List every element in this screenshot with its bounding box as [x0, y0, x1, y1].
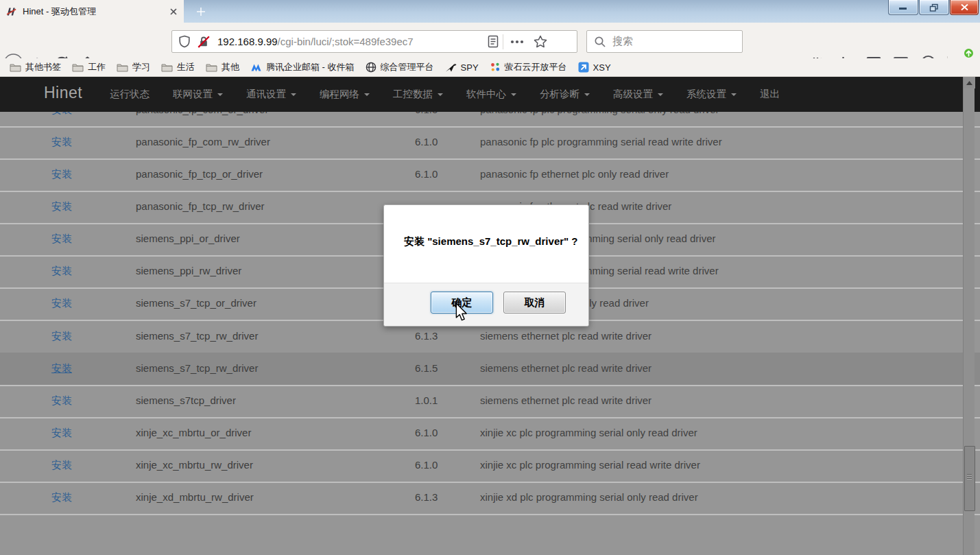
- install-link[interactable]: 安装: [51, 255, 72, 286]
- reader-mode-icon[interactable]: [488, 35, 499, 48]
- install-link[interactable]: 安装: [51, 158, 72, 189]
- install-link[interactable]: 安装: [51, 223, 72, 254]
- table-row: 安装siemens_s7_tcp_rw_driver6.1.5siemens e…: [0, 353, 980, 386]
- nav-item-4[interactable]: 工控数据: [393, 88, 443, 101]
- nav-item-7[interactable]: 高级设置: [613, 88, 663, 101]
- install-link[interactable]: 安装: [51, 126, 72, 157]
- dialog-message: 安装 "siemens_s7_tcp_rw_driver" ?: [404, 235, 578, 248]
- update-available-badge-icon[interactable]: [963, 47, 975, 59]
- bookmark-item[interactable]: SPY: [440, 60, 484, 75]
- driver-description: siemens ethernet plc read write driver: [480, 353, 652, 383]
- bookmark-label: SPY: [461, 62, 479, 73]
- install-link[interactable]: 安装: [51, 287, 72, 318]
- browser-tab[interactable]: Hinet - 驱动包管理: [0, 0, 184, 23]
- xsy-icon: [578, 62, 589, 73]
- install-link[interactable]: 安装: [51, 320, 72, 351]
- install-link[interactable]: 安装: [51, 385, 72, 416]
- new-tab-button[interactable]: [191, 2, 211, 21]
- bookmark-label: 萤石云开放平台: [505, 61, 567, 73]
- window-controls: [888, 0, 979, 15]
- driver-version: 6.1.0: [415, 417, 438, 448]
- insecure-lock-icon[interactable]: [197, 35, 211, 49]
- folder-icon: [161, 62, 173, 72]
- install-link[interactable]: 安装: [51, 417, 72, 448]
- bookmark-item[interactable]: 其他: [200, 60, 245, 75]
- nav-item-5[interactable]: 软件中心: [466, 88, 516, 101]
- tab-close-icon[interactable]: [169, 8, 178, 16]
- folder-icon: [72, 62, 84, 72]
- bookmark-star-icon[interactable]: [534, 35, 547, 48]
- page-scrollbar[interactable]: [963, 77, 975, 555]
- driver-description: xinjie xc plc programming serial only re…: [480, 417, 697, 448]
- nav-item-label: 联网设置: [173, 88, 213, 101]
- chevron-down-icon: [511, 93, 516, 96]
- bookmark-item[interactable]: XSY: [573, 60, 617, 75]
- bookmark-item[interactable]: 学习: [111, 60, 156, 75]
- driver-description: panasonic fp ethernet plc only read driv…: [480, 158, 669, 189]
- chevron-down-icon: [364, 93, 370, 96]
- nav-item-label: 系统设置: [686, 88, 726, 101]
- urlbar-divider: [503, 34, 503, 49]
- scrollbar-up-arrow-icon[interactable]: [964, 77, 975, 88]
- nav-item-6[interactable]: 分析诊断: [540, 88, 590, 101]
- restore-button[interactable]: [919, 0, 949, 15]
- folder-icon: [10, 62, 21, 72]
- scrollbar-thumb[interactable]: [964, 446, 975, 511]
- nav-item-label: 编程网络: [320, 88, 359, 101]
- bookmark-item[interactable]: 综合管理平台: [360, 60, 440, 75]
- nav-item-9[interactable]: 退出: [760, 88, 780, 101]
- chevron-down-icon: [584, 93, 590, 96]
- bookmark-item[interactable]: 萤石云开放平台: [484, 60, 573, 75]
- folder-icon: [117, 62, 128, 72]
- bookmark-item[interactable]: 其他书签: [4, 60, 67, 75]
- driver-version: 6.1.0: [415, 126, 438, 157]
- driver-description: xinjie xc plc programming serial read wr…: [480, 449, 700, 480]
- titlebar: Hinet - 驱动包管理: [0, 0, 980, 23]
- site-nav-items: 运行状态联网设置通讯设置编程网络工控数据软件中心分析诊断高级设置系统设置退出: [110, 77, 780, 112]
- install-link[interactable]: 安装: [51, 353, 72, 383]
- tracking-protection-shield-icon[interactable]: [178, 35, 191, 48]
- nav-item-label: 通讯设置: [246, 88, 286, 101]
- navigation-toolbar: 192.168.9.99/cgi-bin/luci/;stok=489fe39e…: [0, 23, 980, 58]
- install-confirm-dialog: 安装 "siemens_s7_tcp_rw_driver" ? 确定 取消: [383, 204, 589, 327]
- bookmark-label: 生活: [177, 61, 195, 73]
- install-link[interactable]: 安装: [51, 191, 72, 222]
- page-actions-icon[interactable]: [510, 40, 524, 44]
- nav-item-1[interactable]: 联网设置: [173, 88, 223, 101]
- search-placeholder: 搜索: [612, 35, 633, 48]
- nav-item-2[interactable]: 通讯设置: [246, 88, 296, 101]
- bookmark-label: 腾讯企业邮箱 - 收件箱: [266, 61, 355, 73]
- close-button[interactable]: [950, 0, 979, 15]
- url-text: 192.168.9.99/cgi-bin/luci/;stok=489fe39e…: [217, 36, 486, 47]
- globe-icon: [366, 62, 377, 73]
- driver-version: 6.1.0: [415, 449, 438, 480]
- driver-description: panasonic fp plc programming serial read…: [480, 126, 722, 157]
- bookmark-item[interactable]: 工作: [67, 60, 111, 75]
- url-bar[interactable]: 192.168.9.99/cgi-bin/luci/;stok=489fe39e…: [171, 30, 577, 53]
- site-navbar: Hinet 运行状态联网设置通讯设置编程网络工控数据软件中心分析诊断高级设置系统…: [0, 77, 980, 112]
- bookmark-item[interactable]: 腾讯企业邮箱 - 收件箱: [245, 60, 360, 75]
- nav-item-8[interactable]: 系统设置: [686, 88, 737, 101]
- minimize-button[interactable]: [888, 0, 918, 15]
- mouse-cursor: [455, 303, 468, 322]
- bookmark-label: XSY: [593, 62, 611, 73]
- scrollbar-grip: [967, 474, 972, 480]
- driver-name: siemens_s7_tcp_rw_driver: [136, 320, 258, 351]
- bookmark-item[interactable]: 生活: [156, 60, 200, 75]
- bookmarks-bar: 其他书签工作学习生活其他腾讯企业邮箱 - 收件箱综合管理平台SPY萤石云开放平台…: [0, 58, 980, 77]
- driver-version: 6.1.3: [415, 482, 438, 512]
- table-row: 安装xinje_xc_mbrtu_or_driver6.1.0xinjie xc…: [0, 417, 980, 451]
- driver-name: xinje_xc_mbrtu_rw_driver: [136, 449, 253, 480]
- nav-item-label: 软件中心: [466, 88, 506, 101]
- driver-name: siemens_ppi_or_driver: [136, 223, 240, 254]
- tab-title: Hinet - 驱动包管理: [23, 5, 164, 18]
- driver-version: 6.1.5: [415, 353, 438, 383]
- search-icon: [594, 36, 606, 48]
- cancel-button[interactable]: 取消: [503, 292, 566, 314]
- nav-item-0[interactable]: 运行状态: [110, 88, 150, 101]
- install-link[interactable]: 安装: [51, 482, 72, 512]
- install-link[interactable]: 安装: [51, 449, 72, 480]
- search-input[interactable]: 搜索: [586, 30, 743, 53]
- nav-item-3[interactable]: 编程网络: [320, 88, 370, 101]
- driver-name: siemens_s7tcp_driver: [136, 385, 236, 416]
